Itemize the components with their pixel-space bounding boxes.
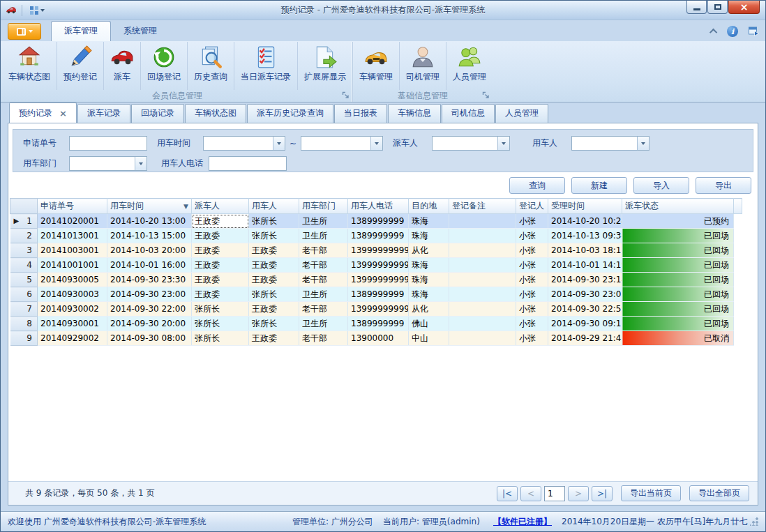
row-indicator-cell[interactable]: 4: [10, 258, 38, 273]
cell-phone[interactable]: 1389999999: [348, 229, 409, 243]
cell-registrar[interactable]: 小张: [516, 287, 548, 302]
cell-dispatch-status[interactable]: 已取消: [622, 331, 734, 346]
cell-car-user[interactable]: 王政委: [249, 302, 299, 317]
cell-phone[interactable]: 13999999999: [348, 302, 409, 317]
combo-dropdown-button[interactable]: [637, 137, 649, 150]
row-indicator-cell[interactable]: 5: [10, 273, 38, 287]
driver-management-button[interactable]: 司机管理: [399, 42, 446, 90]
combo-dropdown-button[interactable]: [273, 137, 285, 150]
cell-registrar[interactable]: 小张: [516, 229, 548, 243]
today-dispatch-records-button[interactable]: 当日派车记录: [234, 42, 297, 90]
row-indicator-cell[interactable]: 2: [10, 229, 38, 243]
table-row[interactable]: 5201409300052014-09-30 23:30王政委王政委老干部139…: [10, 273, 742, 287]
extended-screen-button[interactable]: 扩展屏显示: [297, 42, 352, 90]
cell-car-user[interactable]: 张所长: [249, 317, 299, 331]
cell-dispatch-status[interactable]: 已回场: [622, 229, 734, 243]
ribbon-tab-system[interactable]: 系统管理: [111, 22, 170, 41]
cell-dispatch-status[interactable]: 已回场: [622, 287, 734, 302]
table-row[interactable]: 6201409300032014-09-30 23:00王政委张所长卫生所138…: [10, 287, 742, 302]
dispatcher-select[interactable]: [432, 136, 510, 151]
doc-tab[interactable]: 当日报表: [334, 104, 387, 123]
cell-order-no[interactable]: 20141013001: [38, 229, 107, 243]
cell-use-time[interactable]: 2014-09-30 20:00: [107, 317, 192, 331]
cell-destination[interactable]: 珠海: [409, 214, 449, 229]
dialog-launcher-icon[interactable]: [482, 91, 490, 99]
cell-use-time[interactable]: 2014-10-13 15:00: [107, 229, 192, 243]
return-register-button[interactable]: 回场登记: [140, 42, 187, 90]
cell-accept-time[interactable]: 2014-10-13 09:34: [548, 229, 622, 243]
cell-phone[interactable]: 13999999999: [348, 258, 409, 273]
column-header[interactable]: 登记人: [516, 199, 548, 214]
cell-department[interactable]: 卫生所: [299, 214, 348, 229]
use-time-from-select[interactable]: [203, 136, 285, 151]
cell-destination[interactable]: 中山: [409, 331, 449, 346]
export-all-pages-button[interactable]: 导出全部页: [689, 485, 749, 501]
column-header[interactable]: 受理时间: [548, 199, 622, 214]
cell-department[interactable]: 老干部: [299, 258, 348, 273]
cell-department[interactable]: 老干部: [299, 302, 348, 317]
cell-use-time[interactable]: 2014-09-30 08:00: [107, 331, 192, 346]
cell-destination[interactable]: 佛山: [409, 317, 449, 331]
cell-destination[interactable]: 从化: [409, 302, 449, 317]
cell-department[interactable]: 卫生所: [299, 287, 348, 302]
cell-accept-time[interactable]: 2014-09-29 21:47: [548, 331, 622, 346]
cell-order-no[interactable]: 20140930002: [38, 302, 107, 317]
column-header[interactable]: 用车人: [249, 199, 299, 214]
doc-tab[interactable]: 派车历史记录查询: [247, 104, 333, 123]
cell-accept-time[interactable]: 2014-09-30 23:14: [548, 273, 622, 287]
combo-dropdown-button[interactable]: [135, 157, 147, 170]
cell-department[interactable]: 卫生所: [299, 229, 348, 243]
reservation-register-button[interactable]: 预约登记: [57, 42, 103, 90]
table-row[interactable]: 8201409300012014-09-30 20:00张所长张所长卫生所138…: [10, 317, 742, 331]
vehicle-status-map-button[interactable]: 车辆状态图: [2, 42, 57, 90]
cell-dispatcher[interactable]: 王政委: [192, 287, 249, 302]
cell-accept-time[interactable]: 2014-10-20 10:24: [548, 214, 622, 229]
cell-car-user[interactable]: 王政委: [249, 243, 299, 258]
cell-dispatch-status[interactable]: 已预约: [622, 214, 734, 229]
cell-order-no[interactable]: 20141020001: [38, 214, 107, 229]
cell-destination[interactable]: 从化: [409, 243, 449, 258]
history-query-button[interactable]: 历史查询: [187, 42, 234, 90]
close-tab-icon[interactable]: ×: [59, 110, 67, 117]
column-header[interactable]: 登记备注: [449, 199, 516, 214]
cell-order-no[interactable]: 20141003001: [38, 243, 107, 258]
export-button[interactable]: 导出: [696, 177, 751, 194]
collapse-ribbon-icon[interactable]: [709, 29, 717, 36]
cell-note[interactable]: [449, 302, 516, 317]
ribbon-tab-dispatch[interactable]: 派车管理: [51, 21, 111, 41]
query-button[interactable]: 查询: [509, 177, 565, 194]
export-current-page-button[interactable]: 导出当前页: [621, 485, 681, 501]
cell-dispatcher[interactable]: 张所长: [192, 317, 249, 331]
cell-phone[interactable]: 1389999999: [348, 287, 409, 302]
resize-grip-icon[interactable]: [750, 517, 758, 526]
doc-tab[interactable]: 派车记录: [77, 104, 130, 123]
cell-dispatcher[interactable]: 王政委: [192, 243, 249, 258]
cell-phone[interactable]: 1389999999: [348, 317, 409, 331]
row-indicator-cell[interactable]: 8: [10, 317, 38, 331]
cell-destination[interactable]: 珠海: [409, 258, 449, 273]
cell-department[interactable]: 老干部: [299, 273, 348, 287]
cell-note[interactable]: [449, 243, 516, 258]
cell-dispatcher[interactable]: 张所长: [192, 302, 249, 317]
column-header[interactable]: 派车状态: [622, 199, 734, 214]
cell-phone[interactable]: 1389999999: [348, 214, 409, 229]
cell-dispatch-status[interactable]: 已回场: [622, 243, 734, 258]
application-menu-button[interactable]: [8, 23, 41, 40]
cell-department[interactable]: 老干部: [299, 243, 348, 258]
cell-note[interactable]: [449, 229, 516, 243]
cell-accept-time[interactable]: 2014-09-30 22:59: [548, 302, 622, 317]
cell-phone[interactable]: 13999999999: [348, 243, 409, 258]
cell-registrar[interactable]: 小张: [516, 302, 548, 317]
prev-page-button[interactable]: <: [520, 486, 541, 501]
column-header[interactable]: 目的地: [409, 199, 449, 214]
cell-accept-time[interactable]: 2014-10-01 14:19: [548, 258, 622, 273]
create-button[interactable]: 新建: [571, 177, 627, 194]
phone-input[interactable]: [209, 156, 287, 171]
cell-use-time[interactable]: 2014-09-30 23:00: [107, 287, 192, 302]
cell-dispatch-status[interactable]: 已回场: [622, 302, 734, 317]
cell-use-time[interactable]: 2014-10-03 20:00: [107, 243, 192, 258]
dialog-launcher-icon[interactable]: [342, 91, 350, 99]
cell-dispatcher[interactable]: 王政委: [192, 229, 249, 243]
cell-note[interactable]: [449, 331, 516, 346]
row-indicator-cell[interactable]: 3: [10, 243, 38, 258]
